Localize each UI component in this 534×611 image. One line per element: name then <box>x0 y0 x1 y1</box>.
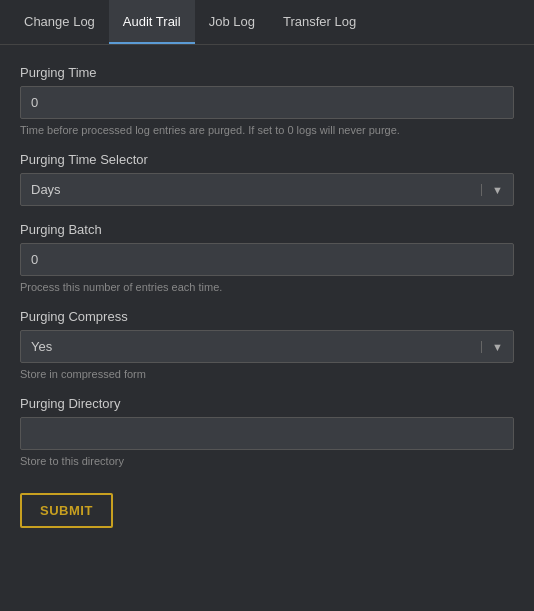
purging-time-selector-value: Days <box>31 182 61 197</box>
tab-bar: Change Log Audit Trail Job Log Transfer … <box>0 0 534 45</box>
purging-time-selector-group: Purging Time Selector Days ▼ <box>20 152 514 206</box>
purging-batch-hint: Process this number of entries each time… <box>20 281 514 293</box>
purging-time-selector-label: Purging Time Selector <box>20 152 514 167</box>
submit-button[interactable]: SUBMIT <box>20 493 113 528</box>
tab-audit-trail[interactable]: Audit Trail <box>109 0 195 44</box>
purging-directory-hint: Store to this directory <box>20 455 514 467</box>
purging-time-hint: Time before processed log entries are pu… <box>20 124 514 136</box>
purging-time-label: Purging Time <box>20 65 514 80</box>
purging-compress-wrapper[interactable]: Yes ▼ <box>20 330 514 363</box>
chevron-down-icon: ▼ <box>481 341 503 353</box>
purging-compress-value: Yes <box>31 339 52 354</box>
purging-directory-input[interactable] <box>20 417 514 450</box>
purging-directory-group: Purging Directory Store to this director… <box>20 396 514 467</box>
tab-job-log[interactable]: Job Log <box>195 0 269 44</box>
purging-time-input[interactable] <box>20 86 514 119</box>
purging-compress-group: Purging Compress Yes ▼ Store in compress… <box>20 309 514 380</box>
chevron-down-icon: ▼ <box>481 184 503 196</box>
purging-batch-input[interactable] <box>20 243 514 276</box>
purging-compress-hint: Store in compressed form <box>20 368 514 380</box>
tab-transfer-log[interactable]: Transfer Log <box>269 0 370 44</box>
main-content: Purging Time Time before processed log e… <box>0 45 534 548</box>
purging-time-selector-display[interactable]: Days ▼ <box>21 174 513 205</box>
purging-compress-display[interactable]: Yes ▼ <box>21 331 513 362</box>
purging-batch-group: Purging Batch Process this number of ent… <box>20 222 514 293</box>
purging-time-group: Purging Time Time before processed log e… <box>20 65 514 136</box>
purging-time-selector-wrapper[interactable]: Days ▼ <box>20 173 514 206</box>
purging-directory-label: Purging Directory <box>20 396 514 411</box>
tab-change-log[interactable]: Change Log <box>10 0 109 44</box>
purging-compress-label: Purging Compress <box>20 309 514 324</box>
purging-batch-label: Purging Batch <box>20 222 514 237</box>
